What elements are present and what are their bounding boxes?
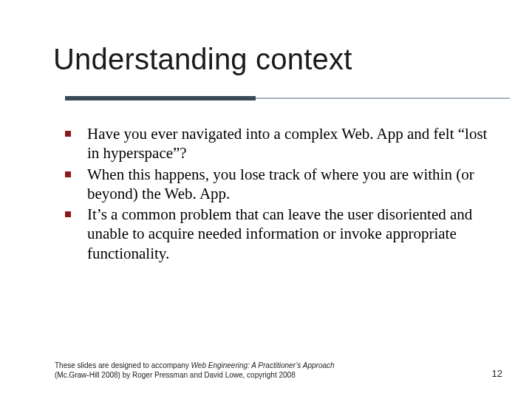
list-item: It’s a common problem that can leave the…	[65, 205, 495, 263]
bullet-list: Have you ever navigated into a complex W…	[65, 124, 495, 265]
square-bullet-icon	[65, 171, 71, 177]
square-bullet-icon	[65, 211, 71, 217]
title-underline-light	[256, 98, 510, 100]
footer-line1-italic: Web Engineering: A Practitioner’s Approa…	[191, 361, 335, 369]
footer-attribution: These slides are designed to accompany W…	[55, 361, 335, 380]
title-underline-dark	[65, 96, 256, 100]
footer-line1-prefix: These slides are designed to accompany	[55, 361, 191, 369]
slide-title: Understanding context	[53, 43, 352, 76]
bullet-text: It’s a common problem that can leave the…	[87, 205, 495, 263]
footer-line2: (Mc.Graw-Hill 2008) by Roger Pressman an…	[55, 371, 296, 379]
slide-footer: These slides are designed to accompany W…	[55, 361, 502, 380]
list-item: When this happens, you lose track of whe…	[65, 165, 495, 204]
list-item: Have you ever navigated into a complex W…	[65, 124, 495, 163]
slide: Understanding context Have you ever navi…	[0, 0, 532, 399]
page-number: 12	[492, 368, 502, 379]
bullet-text: When this happens, you lose track of whe…	[87, 165, 495, 204]
bullet-text: Have you ever navigated into a complex W…	[87, 124, 495, 163]
square-bullet-icon	[65, 131, 71, 137]
